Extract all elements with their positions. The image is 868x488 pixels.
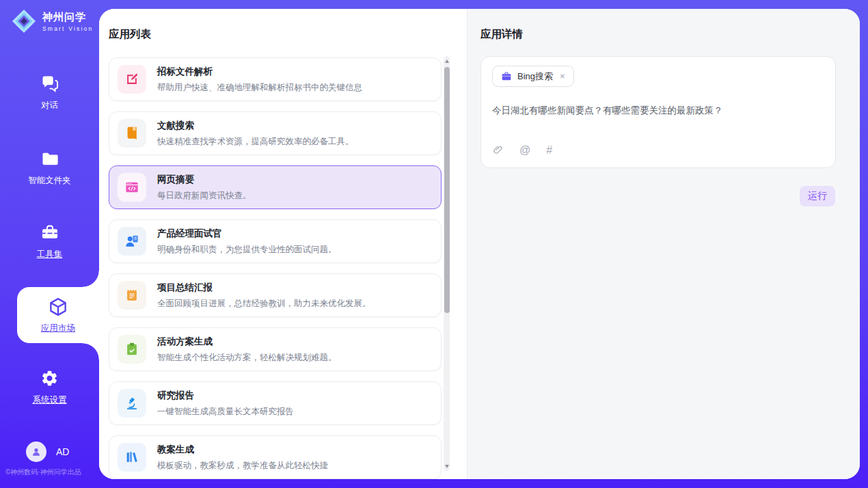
paperclip-icon[interactable]: [492, 144, 504, 156]
app-card-name: 教案生成: [157, 444, 328, 456]
cube-icon: [48, 297, 68, 317]
app-detail-panel: 应用详情 Bing搜索 × 今日湖北有哪些新闻要点？有哪些需要关注的最新政策？: [467, 9, 860, 479]
at-icon[interactable]: @: [519, 145, 530, 156]
app-card-research-report[interactable]: 研究报告 一键智能生成高质量长文本研究报告: [109, 381, 442, 425]
prompt-text-input[interactable]: 今日湖北有哪些新闻要点？有哪些需要关注的最新政策？: [492, 104, 824, 144]
tool-tag-bing-search[interactable]: Bing搜索 ×: [492, 66, 574, 87]
sidebar-item-label: 工具集: [0, 249, 99, 260]
gear-icon: [40, 369, 59, 388]
app-card-name: 研究报告: [157, 390, 294, 402]
notepad-icon: [118, 281, 146, 310]
app-card-name: 项目总结汇报: [157, 282, 371, 294]
app-card-name: 文献搜索: [157, 120, 354, 132]
brand-logo: 神州问学 Smart Vision: [11, 8, 93, 34]
main-content: 应用列表 招标文件解析 帮助用户快速、准确地理解和解析招标书中的关键信息: [99, 9, 860, 479]
app-card-name: 产品经理面试官: [157, 228, 337, 240]
scrollbar-thumb[interactable]: [444, 67, 450, 313]
app-card-name: 招标文件解析: [157, 66, 362, 78]
user-account[interactable]: AD: [26, 442, 69, 462]
app-card-desc: 智能生成个性化活动方案，轻松解决规划难题。: [157, 352, 337, 364]
sidebar: 神州问学 Smart Vision 对话 智能文件夹: [0, 0, 99, 488]
app-card-desc: 模板驱动，教案秒成，教学准备从此轻松快捷: [157, 460, 328, 472]
app-card-desc: 明确身份和职责，为您提供专业性的面试问题。: [157, 244, 337, 256]
sidebar-item-settings[interactable]: 系统设置: [0, 369, 99, 406]
user-initials: AD: [56, 446, 69, 457]
sidebar-item-label: 智能文件夹: [0, 175, 99, 187]
attach-toolbar: @ #: [492, 144, 824, 156]
run-button[interactable]: 运行: [800, 186, 835, 206]
app-card-project-summary[interactable]: 项目总结汇报 全面回顾项目进展，总结经验教训，助力未来优化发展。: [109, 273, 442, 317]
app-list-panel: 应用列表 招标文件解析 帮助用户快速、准确地理解和解析招标书中的关键信息: [99, 9, 467, 479]
app-card-literature-search[interactable]: 文献搜索 快速精准查找学术资源，提高研究效率的必备工具。: [109, 111, 442, 155]
folder-icon: [40, 149, 59, 168]
avatar: [26, 442, 46, 462]
sidebar-item-toolset[interactable]: 工具集: [0, 223, 99, 260]
scroll-up-arrow-icon[interactable]: [444, 57, 450, 65]
books-icon: [118, 443, 146, 472]
app-card-desc: 每日政府新闻资讯快查。: [157, 190, 252, 202]
hash-icon[interactable]: #: [546, 145, 552, 156]
sidebar-item-label: 应用市场: [17, 323, 99, 334]
app-card-lesson-plan[interactable]: 教案生成 模板驱动，教案秒成，教学准备从此轻松快捷: [109, 435, 442, 479]
browser-code-icon: [118, 173, 146, 202]
edit-doc-icon: [118, 65, 146, 94]
app-card-name: 活动方案生成: [157, 336, 337, 348]
app-card-bid-doc-analysis[interactable]: 招标文件解析 帮助用户快速、准确地理解和解析招标书中的关键信息: [109, 57, 442, 101]
book-icon: [118, 119, 146, 148]
tool-tag-label: Bing搜索: [517, 70, 553, 83]
microscope-icon: [118, 389, 146, 418]
briefcase-icon: [501, 71, 512, 82]
app-card-desc: 帮助用户快速、准确地理解和解析招标书中的关键信息: [157, 82, 362, 94]
app-card-web-summary[interactable]: 网页摘要 每日政府新闻资讯快查。: [109, 165, 442, 209]
list-scrollbar[interactable]: [444, 56, 450, 471]
app-card-event-plan[interactable]: 活动方案生成 智能生成个性化活动方案，轻松解决规划难题。: [109, 327, 442, 371]
app-card-desc: 全面回顾项目进展，总结经验教训，助力未来优化发展。: [157, 298, 371, 310]
app-cards: 招标文件解析 帮助用户快速、准确地理解和解析招标书中的关键信息 文献搜索 快速精…: [109, 57, 442, 479]
app-card-desc: 一键智能生成高质量长文本研究报告: [157, 406, 294, 418]
interviewer-icon: [118, 227, 146, 256]
app-card-name: 网页摘要: [157, 174, 252, 186]
brand-name: 神州问学: [42, 11, 86, 23]
sidebar-item-label: 对话: [0, 100, 99, 111]
sidebar-item-label: 系统设置: [0, 394, 99, 406]
close-icon[interactable]: ×: [560, 71, 565, 81]
app-detail-title: 应用详情: [480, 27, 523, 42]
scroll-down-arrow-icon[interactable]: [444, 462, 450, 470]
run-row: 运行: [800, 186, 835, 206]
chat-icon: [40, 74, 59, 93]
brand-subtitle: Smart Vision: [42, 25, 93, 32]
app-card-desc: 快速精准查找学术资源，提高研究效率的必备工具。: [157, 136, 354, 148]
app-list-title: 应用列表: [109, 27, 151, 42]
sidebar-item-app-market[interactable]: 应用市场: [17, 287, 99, 343]
diamond-logo-icon: [11, 8, 37, 34]
app-card-pm-interviewer[interactable]: 产品经理面试官 明确身份和职责，为您提供专业性的面试问题。: [109, 219, 442, 263]
prompt-card: Bing搜索 × 今日湖北有哪些新闻要点？有哪些需要关注的最新政策？ @ #: [480, 56, 836, 168]
toolbox-icon: [40, 223, 59, 242]
sidebar-item-chat[interactable]: 对话: [0, 74, 99, 111]
sidebar-item-smart-folder[interactable]: 智能文件夹: [0, 149, 99, 187]
clipboard-check-icon: [118, 335, 146, 364]
